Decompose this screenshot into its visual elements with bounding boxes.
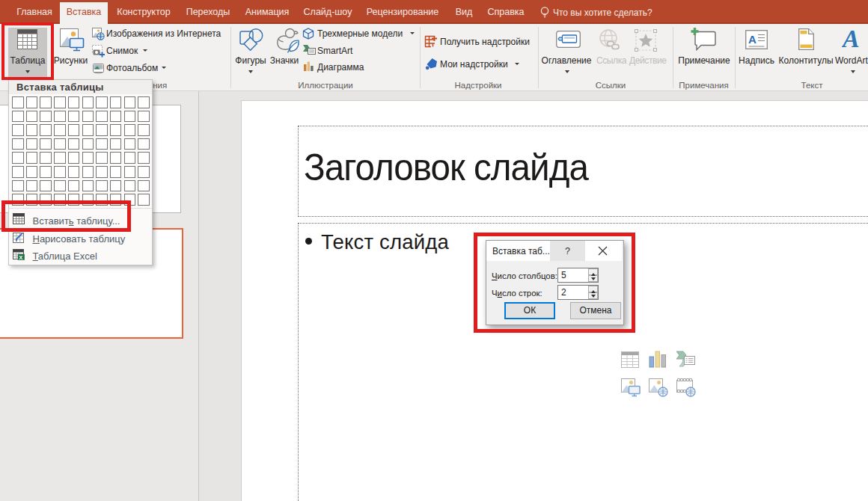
svg-text:A: A xyxy=(842,28,860,49)
svg-text:A: A xyxy=(748,33,757,46)
svg-text:X: X xyxy=(19,254,22,260)
